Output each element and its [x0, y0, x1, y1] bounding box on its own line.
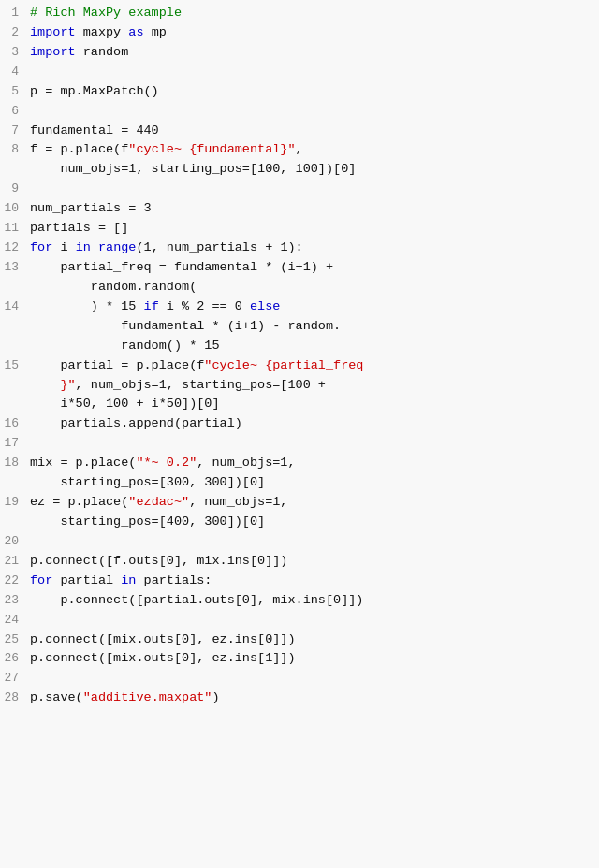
table-row: 6 [0, 102, 599, 122]
table-row: random.random( [0, 278, 599, 297]
table-row: 4 [0, 63, 599, 82]
line-content: partial_freq = fundamental * (i+1) + [26, 258, 599, 278]
line-number: 12 [0, 239, 26, 258]
line-number: 28 [0, 688, 26, 708]
line-content: for partial in partials: [26, 571, 599, 591]
code-token: i [52, 240, 75, 254]
table-row: starting_pos=[400, 300])[0] [0, 513, 599, 532]
line-content: ez = p.place("ezdac~", num_objs=1, [26, 493, 599, 513]
table-row: 3 import random [0, 43, 599, 63]
line-content: import maxpy as mp [26, 23, 599, 43]
line-number: 6 [0, 102, 26, 122]
table-row: 5 p = mp.MaxPatch() [0, 82, 599, 102]
line-content: num_objs=1, starting_pos=[100, 100])[0] [26, 160, 599, 180]
line-content: partials = [] [26, 219, 599, 239]
code-token: }" [30, 378, 76, 392]
line-content [26, 611, 599, 630]
line-content: p.save("additive.maxpat") [26, 688, 599, 708]
line-number: 27 [0, 669, 26, 688]
line-number: 22 [0, 571, 26, 591]
table-row: 14 ) * 15 if i % 2 == 0 else [0, 297, 599, 317]
table-row: 11 partials = [] [0, 219, 599, 239]
code-token: i % 2 == 0 [159, 299, 250, 313]
code-token: (1, num_partials + 1): [136, 240, 302, 254]
code-token: ez = p.place( [30, 495, 128, 509]
table-row: 20 [0, 532, 599, 552]
line-number: 10 [0, 199, 26, 219]
code-token: starting_pos=[400, 300])[0] [30, 514, 265, 528]
code-token: maxpy [76, 25, 129, 39]
line-content: fundamental * (i+1) - random. [26, 317, 599, 337]
line-content [26, 63, 599, 82]
line-content: f = p.place(f"cycle~ {fundamental}", [26, 140, 599, 160]
line-content: import random [26, 43, 599, 63]
code-token: partial_freq = fundamental * (i+1) + [30, 260, 333, 274]
code-token: , [296, 142, 303, 156]
code-token: partials.append(partial) [30, 416, 242, 430]
line-number: 1 [0, 4, 26, 23]
line-number: 2 [0, 23, 26, 43]
code-token: fundamental = 440 [30, 123, 159, 137]
line-number [0, 337, 26, 356]
code-token: in [76, 240, 91, 254]
table-row: i*50, 100 + i*50])[0] [0, 395, 599, 414]
line-number [0, 513, 26, 532]
line-number: 18 [0, 454, 26, 473]
table-row: 2 import maxpy as mp [0, 23, 599, 43]
code-token: import [30, 25, 76, 39]
line-number [0, 278, 26, 297]
line-content: random.random( [26, 278, 599, 297]
table-row: 26 p.connect([mix.outs[0], ez.ins[1]]) [0, 649, 599, 669]
line-content: }", num_objs=1, starting_pos=[100 + [26, 376, 599, 396]
code-token: ) * 15 [30, 299, 144, 313]
code-token: random() * 15 [30, 339, 220, 353]
code-token: f = p.place(f [30, 142, 128, 156]
table-row: }", num_objs=1, starting_pos=[100 + [0, 376, 599, 396]
code-token: for [30, 573, 52, 587]
code-token: "ezdac~" [128, 495, 189, 509]
code-token: else [250, 299, 280, 313]
line-number: 3 [0, 43, 26, 63]
code-token: if [144, 299, 159, 313]
code-token: import [30, 45, 76, 59]
line-number [0, 395, 26, 414]
table-row: 9 [0, 180, 599, 199]
line-content: p.connect([mix.outs[0], ez.ins[1]]) [26, 649, 599, 669]
line-number: 11 [0, 219, 26, 239]
code-token: range [98, 240, 137, 254]
code-token: "cycle~ {partial_freq [204, 358, 363, 372]
line-number: 4 [0, 63, 26, 82]
line-number: 5 [0, 82, 26, 102]
code-token: p.connect([f.outs[0], mix.ins[0]]) [30, 554, 287, 568]
table-row: 21 p.connect([f.outs[0], mix.ins[0]]) [0, 552, 599, 571]
line-number: 8 [0, 140, 26, 160]
code-token: , num_objs=1, [189, 495, 287, 509]
table-row: 18 mix = p.place("*~ 0.2", num_objs=1, [0, 454, 599, 473]
line-content: p.connect([mix.outs[0], ez.ins[0]]) [26, 630, 599, 650]
line-content [26, 532, 599, 552]
code-token: p.connect([mix.outs[0], ez.ins[0]]) [30, 632, 296, 646]
table-row: 27 [0, 669, 599, 688]
table-row: 25 p.connect([mix.outs[0], ez.ins[0]]) [0, 630, 599, 650]
code-token: starting_pos=[300, 300])[0] [30, 475, 265, 489]
table-row: 13 partial_freq = fundamental * (i+1) + [0, 258, 599, 278]
code-token: partials: [136, 573, 212, 587]
table-row: 10 num_partials = 3 [0, 199, 599, 219]
line-content: i*50, 100 + i*50])[0] [26, 395, 599, 414]
line-content: for i in range(1, num_partials + 1): [26, 239, 599, 258]
line-number: 9 [0, 180, 26, 199]
code-token: mix = p.place( [30, 456, 136, 470]
table-row: starting_pos=[300, 300])[0] [0, 473, 599, 493]
table-row: fundamental * (i+1) - random. [0, 317, 599, 337]
code-token: random.random( [30, 280, 197, 294]
line-number [0, 376, 26, 396]
code-token: "*~ 0.2" [136, 456, 197, 470]
code-token: for [30, 240, 52, 254]
code-token: partials = [] [30, 221, 128, 235]
code-token: p.connect([mix.outs[0], ez.ins[1]]) [30, 651, 296, 665]
code-token: partial [52, 573, 121, 587]
code-token [91, 240, 98, 254]
line-content: starting_pos=[300, 300])[0] [26, 473, 599, 493]
table-row: num_objs=1, starting_pos=[100, 100])[0] [0, 160, 599, 180]
line-content [26, 180, 599, 199]
